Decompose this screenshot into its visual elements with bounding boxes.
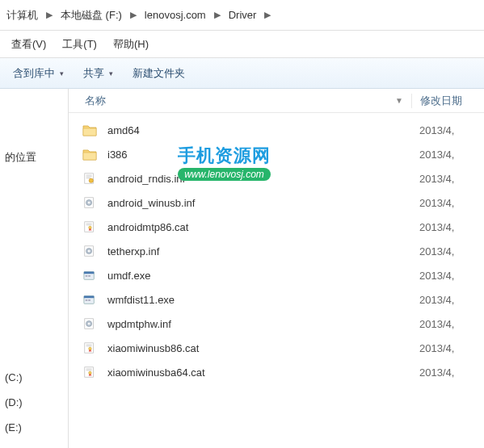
column-date-header[interactable]: 修改日期 — [411, 94, 484, 108]
sidebar-drive-e[interactable]: (E:) — [3, 415, 24, 440]
file-row[interactable]: androidmtp86.cat2013/4, — [69, 215, 484, 239]
file-name: umdf.exe — [107, 270, 411, 282]
file-date: 2013/4, — [411, 173, 484, 185]
crumb-drive[interactable]: 本地磁盘 (F:) — [57, 8, 125, 23]
toolbar: 含到库中 共享 新建文件夹 — [0, 58, 484, 89]
chevron-right-icon[interactable]: ▶ — [41, 10, 57, 20]
crumb-folder-2[interactable]: Driver — [225, 9, 260, 21]
file-row[interactable]: xiaomiwinusba64.cat2013/4, — [69, 360, 484, 384]
file-row[interactable]: xiaomiwinusb86.cat2013/4, — [69, 336, 484, 360]
folder-icon — [80, 122, 99, 138]
file-row[interactable]: android_winusb.inf2013/4, — [69, 191, 484, 215]
folder-icon — [80, 146, 99, 162]
file-date: 2013/4, — [411, 318, 484, 330]
exe-icon — [80, 267, 99, 283]
crumb-folder-1[interactable]: lenovosj.com — [141, 9, 209, 21]
new-folder-button[interactable]: 新建文件夹 — [123, 61, 195, 86]
file-row[interactable]: tetherxp.inf2013/4, — [69, 239, 484, 263]
column-name-label: 名称 — [85, 94, 106, 108]
menubar: 查看(V) 工具(T) 帮助(H) — [0, 31, 484, 58]
file-row[interactable]: i3862013/4, — [69, 142, 484, 166]
column-name-header[interactable]: 名称 ▼ — [69, 94, 411, 108]
share-button[interactable]: 共享 — [74, 61, 123, 86]
sidebar: 的位置 (C:) (D:) (E:) — [0, 89, 69, 448]
chevron-right-icon[interactable]: ▶ — [259, 10, 276, 20]
gear-icon — [80, 316, 99, 332]
crumb-computer[interactable]: 计算机 — [3, 8, 41, 23]
file-date: 2013/4, — [411, 221, 484, 233]
file-date: 2013/4, — [411, 149, 484, 161]
cat-icon — [80, 364, 99, 380]
sidebar-drive-c[interactable]: (C:) — [3, 365, 24, 390]
gear-icon — [80, 195, 99, 211]
menu-tools[interactable]: 工具(T) — [54, 34, 105, 55]
breadcrumb: 计算机 ▶ 本地磁盘 (F:) ▶ lenovosj.com ▶ Driver … — [0, 0, 484, 31]
file-list: amd642013/4,i3862013/4,android_rndis.inf… — [69, 113, 484, 384]
file-date: 2013/4, — [411, 270, 484, 282]
column-headers: 名称 ▼ 修改日期 — [69, 89, 484, 113]
menu-help[interactable]: 帮助(H) — [105, 34, 157, 55]
sort-dropdown-icon: ▼ — [395, 96, 403, 105]
file-name: android_rndis.inf — [107, 173, 411, 185]
exe-icon — [80, 291, 99, 308]
file-name: amd64 — [107, 124, 411, 136]
file-date: 2013/4, — [411, 366, 484, 379]
inf-icon — [80, 170, 99, 186]
file-row[interactable]: wmfdist11.exe2013/4, — [69, 287, 484, 312]
file-name: i386 — [107, 149, 411, 161]
file-date: 2013/4, — [411, 342, 484, 354]
file-date: 2013/4, — [411, 294, 484, 306]
menu-view[interactable]: 查看(V) — [3, 34, 54, 55]
file-name: wmfdist11.exe — [107, 294, 411, 306]
file-name: tetherxp.inf — [107, 245, 411, 257]
file-date: 2013/4, — [411, 245, 484, 257]
file-date: 2013/4, — [411, 197, 484, 209]
include-in-library-button[interactable]: 含到库中 — [3, 61, 74, 86]
cat-icon — [80, 219, 99, 235]
file-date: 2013/4, — [411, 124, 484, 136]
file-row[interactable]: umdf.exe2013/4, — [69, 263, 484, 287]
file-name: xiaomiwinusba64.cat — [107, 366, 411, 379]
file-name: xiaomiwinusb86.cat — [107, 342, 411, 354]
chevron-right-icon[interactable]: ▶ — [125, 10, 141, 20]
file-name: android_winusb.inf — [107, 197, 411, 209]
file-name: androidmtp86.cat — [107, 221, 411, 233]
file-row[interactable]: amd642013/4, — [69, 118, 484, 142]
chevron-right-icon[interactable]: ▶ — [209, 10, 225, 20]
file-row[interactable]: wpdmtphw.inf2013/4, — [69, 312, 484, 336]
file-name: wpdmtphw.inf — [107, 318, 411, 330]
sidebar-location[interactable]: 的位置 — [3, 144, 65, 171]
file-row[interactable]: android_rndis.inf2013/4, — [69, 166, 484, 191]
gear-icon — [80, 243, 99, 259]
cat-icon — [80, 340, 99, 356]
file-list-area: 名称 ▼ 修改日期 amd642013/4,i3862013/4,android… — [69, 89, 484, 448]
sidebar-drive-d[interactable]: (D:) — [3, 390, 24, 415]
